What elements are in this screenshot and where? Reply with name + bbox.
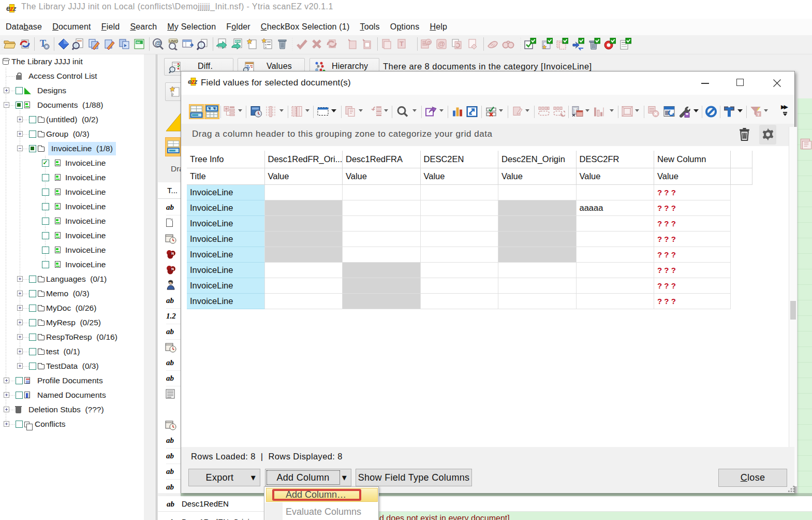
svg-text:DXL: DXL xyxy=(235,40,242,43)
svg-text:@: @ xyxy=(427,40,432,45)
svg-text:N: N xyxy=(171,252,174,255)
svg-text:T: T xyxy=(757,112,760,117)
svg-text:T: T xyxy=(400,40,404,48)
svg-text:INI: INI xyxy=(136,41,140,44)
svg-text:UNID: UNID xyxy=(169,39,178,43)
svg-text:N: N xyxy=(171,267,174,271)
svg-text:@: @ xyxy=(438,40,445,48)
